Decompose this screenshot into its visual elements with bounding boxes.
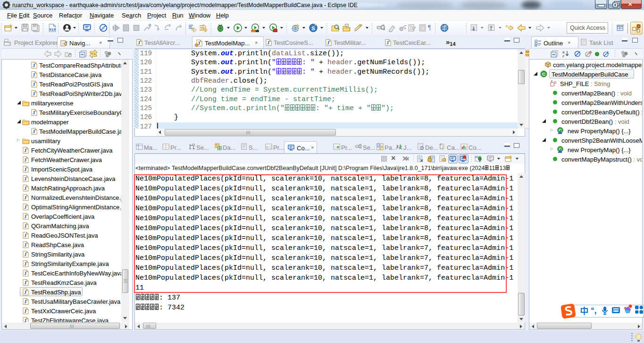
svg-text:L: L <box>607 50 610 54</box>
svg-text:S: S <box>311 26 315 31</box>
svg-text:S: S <box>589 50 592 54</box>
svg-text:z: z <box>562 54 564 58</box>
svg-text:J: J <box>396 144 398 149</box>
svg-text:010: 010 <box>49 28 55 32</box>
svg-text:D: D <box>421 146 424 150</box>
